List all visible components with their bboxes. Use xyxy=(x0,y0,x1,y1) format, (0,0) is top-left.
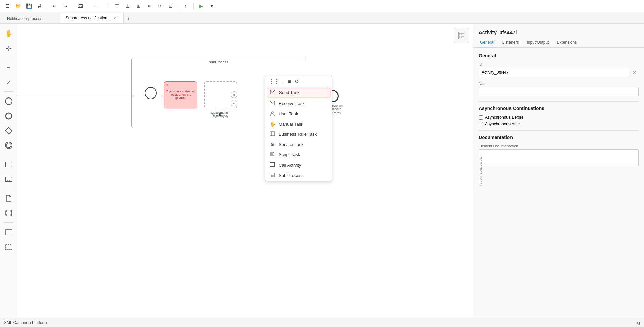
space-v-button[interactable]: ≋ xyxy=(155,1,165,11)
cm-columns-icon[interactable]: ⋮⋮⋮ xyxy=(269,78,285,85)
toolbar-divider-2 xyxy=(73,3,73,9)
name-label: Name xyxy=(479,82,639,86)
call-activity-icon xyxy=(269,162,275,168)
id-clear-button[interactable]: ✕ xyxy=(631,68,639,76)
user-task-icon xyxy=(269,111,275,117)
run-dropdown-button[interactable]: ▾ xyxy=(207,1,216,11)
canvas[interactable]: subProcess ⚙ Підготовка шаблону повідомл… xyxy=(17,24,473,318)
export-button[interactable]: ↑ xyxy=(181,1,191,11)
end-event-tool[interactable] xyxy=(2,109,15,123)
svg-rect-7 xyxy=(8,180,10,181)
svg-rect-21 xyxy=(270,132,275,136)
menu-item-business-rule-task-label: Business Rule Task xyxy=(279,132,317,137)
menu-item-user-task-label: User Task xyxy=(279,111,298,116)
task-tool[interactable] xyxy=(2,158,15,171)
id-input[interactable] xyxy=(479,68,629,77)
menu-item-send-task[interactable]: Send Task xyxy=(267,88,330,97)
menu-button[interactable]: ☰ xyxy=(3,1,12,11)
menu-item-user-task[interactable]: User Task xyxy=(265,109,332,119)
intermediate-event-tool[interactable] xyxy=(2,139,15,152)
run-button[interactable]: ▶ xyxy=(196,1,206,11)
palette-divider-2 xyxy=(4,91,14,92)
async-before-label: Asynchronous Before xyxy=(485,115,524,120)
space-h-button[interactable]: ≈ xyxy=(145,1,154,11)
async-before-checkbox[interactable] xyxy=(479,115,483,120)
group-tool[interactable] xyxy=(2,240,15,254)
prop-tab-input-output[interactable]: Input/Output xyxy=(523,38,553,47)
cm-refresh-icon[interactable]: ↺ xyxy=(294,78,299,85)
align-center-button[interactable]: ⊣ xyxy=(102,1,111,11)
subprocess-tool[interactable] xyxy=(2,173,15,186)
redo-button[interactable]: ↪ xyxy=(61,1,70,11)
tab-add-button[interactable]: + xyxy=(124,15,133,23)
service-task-icon: ⚙ xyxy=(269,142,275,147)
fit-button[interactable]: ⊟ xyxy=(166,1,175,11)
image-button[interactable]: 🖼 xyxy=(76,1,85,11)
save-button[interactable]: 💾 xyxy=(24,1,34,11)
menu-item-call-activity[interactable]: Call Activity xyxy=(265,160,332,170)
svg-rect-31 xyxy=(462,33,464,35)
svg-rect-6 xyxy=(5,177,12,182)
tab-2-close[interactable]: ✕ xyxy=(113,15,118,21)
svg-rect-5 xyxy=(5,162,12,167)
gateway-tool[interactable] xyxy=(2,124,15,137)
menu-item-manual-task[interactable]: ✋ Manual Task xyxy=(265,119,332,129)
menu-item-call-activity-label: Call Activity xyxy=(279,162,301,168)
tab-1[interactable]: Notification process... · xyxy=(1,14,59,23)
lasso-tool[interactable]: ⊹ xyxy=(2,42,15,55)
hand-tool[interactable]: ✋ xyxy=(2,27,15,40)
element-doc-textarea[interactable] xyxy=(479,149,639,166)
svg-point-4 xyxy=(6,143,11,148)
bottombar: XML Camunda Platform Log xyxy=(0,318,644,327)
menu-item-receive-task[interactable]: Receive Task xyxy=(265,98,332,109)
properties-panel: Properties Panel Activity_0fs447i Genera… xyxy=(473,24,644,318)
svg-rect-30 xyxy=(459,33,461,35)
svg-point-0 xyxy=(5,98,12,105)
subprocess-start-event[interactable] xyxy=(145,87,157,99)
properties-tabs: General Listeners Input/Output Extension… xyxy=(473,38,644,48)
start-event-tool[interactable] xyxy=(2,94,15,108)
minimap-button[interactable] xyxy=(454,28,469,43)
open-button[interactable]: 📂 xyxy=(13,1,23,11)
svg-rect-27 xyxy=(270,173,275,177)
name-input[interactable] xyxy=(479,87,639,96)
context-menu-toolbar: ⋮⋮⋮ ≡ ↺ xyxy=(265,76,332,87)
morph-icon[interactable]: ○ xyxy=(231,91,237,98)
red-task[interactable]: ⚙ Підготовка шаблону повідомлення з дани… xyxy=(164,81,197,108)
undo-button[interactable]: ↩ xyxy=(50,1,59,11)
print-button[interactable]: 🖨 xyxy=(35,1,44,11)
menu-item-sub-process[interactable]: Sub Process xyxy=(265,170,332,181)
connect-tool[interactable]: ↔ xyxy=(2,61,15,74)
palette-divider-4 xyxy=(4,189,14,189)
global-connect-tool[interactable]: ⤢ xyxy=(2,75,15,89)
cm-list-icon[interactable]: ≡ xyxy=(288,79,291,85)
prop-tab-general[interactable]: General xyxy=(476,38,498,47)
menu-item-script-task-label: Script Task xyxy=(279,152,300,157)
menu-item-business-rule-task[interactable]: Business Rule Task xyxy=(265,129,332,139)
loop-icon[interactable]: ○ xyxy=(231,100,237,106)
id-field: Id ✕ xyxy=(479,62,639,77)
script-task-icon xyxy=(269,152,275,157)
svg-rect-10 xyxy=(5,230,12,235)
docs-section-title: Documentation xyxy=(479,135,639,140)
pool-tool[interactable] xyxy=(2,225,15,239)
red-task-icon: ⚙ xyxy=(165,83,169,87)
menu-item-service-task[interactable]: ⚙ Service Task xyxy=(265,139,332,149)
async-after-checkbox[interactable] xyxy=(479,122,483,126)
menu-item-send-task-label: Send Task xyxy=(279,90,299,95)
business-rule-task-icon xyxy=(269,131,275,137)
prop-tab-listeners[interactable]: Listeners xyxy=(498,38,523,47)
prop-tab-extensions[interactable]: Extensions xyxy=(553,38,581,47)
menu-item-script-task[interactable]: Script Task xyxy=(265,149,332,160)
subprocess-label: subProcess xyxy=(209,60,228,64)
tab-2[interactable]: Subprocess notification... ✕ xyxy=(60,13,124,23)
data-object-tool[interactable] xyxy=(2,192,15,205)
id-label: Id xyxy=(479,62,639,66)
distribute-h-button[interactable]: ⊥ xyxy=(123,1,132,11)
palette-divider-3 xyxy=(4,155,14,155)
align-right-button[interactable]: ⊤ xyxy=(112,1,122,11)
svg-marker-2 xyxy=(5,127,12,134)
align-left-button[interactable]: ⊢ xyxy=(91,1,100,11)
distribute-v-button[interactable]: ⊞ xyxy=(134,1,143,11)
data-store-tool[interactable] xyxy=(2,206,15,220)
